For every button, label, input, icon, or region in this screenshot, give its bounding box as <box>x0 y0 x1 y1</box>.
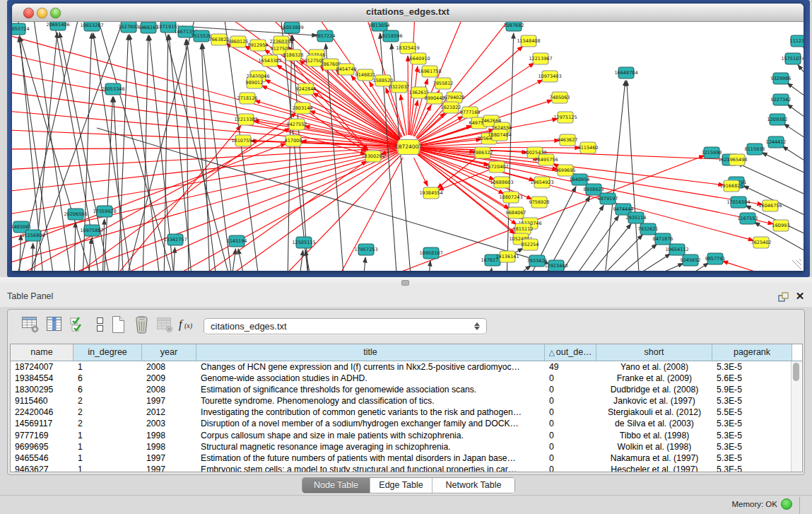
cell-in_degree: 1 <box>73 361 142 373</box>
graph-edge[interactable] <box>490 268 492 271</box>
graph-edge[interactable] <box>627 81 640 271</box>
table-select-dropdown[interactable]: citations_edges.txt <box>204 318 487 334</box>
graph-edge[interactable] <box>637 263 683 271</box>
node-table[interactable]: namein_degreeyeartitle△out_de…shortpager… <box>10 344 803 472</box>
close-window-button[interactable] <box>23 8 34 18</box>
table-row[interactable]: 1938455462009Genome-wide association stu… <box>11 373 802 384</box>
graph-edge[interactable] <box>173 247 175 271</box>
cell-short: Yano et al. (2008) <box>596 361 712 373</box>
graph-edge[interactable] <box>231 249 236 271</box>
graph-edge[interactable] <box>12 148 396 193</box>
new-column-button[interactable] <box>107 316 129 336</box>
float-panel-icon[interactable] <box>778 291 789 303</box>
cell-name: 9115460 <box>11 395 73 407</box>
graph-edge[interactable] <box>595 235 642 271</box>
graph-node-label: 6466161 <box>139 25 159 30</box>
graph-edge[interactable] <box>104 97 112 271</box>
graph-edge[interactable] <box>507 266 531 271</box>
graph-edge[interactable] <box>118 35 129 271</box>
graph-edge[interactable] <box>238 249 245 271</box>
graph-edge[interactable] <box>187 40 217 271</box>
column-header-pagerank[interactable]: pagerank <box>712 344 792 361</box>
graph-edge[interactable] <box>420 147 580 148</box>
tab-edge-table[interactable]: Edge Table <box>370 478 432 493</box>
graph-edge[interactable] <box>201 44 210 271</box>
resize-grip-icon[interactable] <box>799 259 801 261</box>
network-window-titlebar[interactable]: citations_edges.txt <box>12 4 804 22</box>
graph-edge[interactable] <box>363 257 365 271</box>
table-row[interactable]: 969969511998Structural magnetic resonanc… <box>11 441 802 452</box>
column-header-out_de[interactable]: △out_de… <box>545 344 596 361</box>
table-row[interactable]: 1872400712008Changes of HCN gene express… <box>11 361 802 373</box>
graph-node-label: 8912954 <box>248 42 269 48</box>
graph-edge[interactable] <box>104 125 241 271</box>
graph-edge[interactable] <box>420 150 753 240</box>
resize-grip-icon[interactable] <box>796 260 801 265</box>
cell-in_degree: 6 <box>73 373 142 384</box>
graph-node-label: 9684067 <box>506 210 526 216</box>
table-row[interactable]: 946362711997Embryonic stem cells: a mode… <box>11 464 802 472</box>
split-pane-divider[interactable] <box>0 277 812 287</box>
cell-short: Franke et al. (2009) <box>596 373 712 384</box>
table-row[interactable]: 1456911722003Disruption of a novel membe… <box>11 418 802 429</box>
graph-edge[interactable] <box>12 129 396 146</box>
column-header-name[interactable]: name <box>11 344 73 361</box>
vertical-scrollbar[interactable] <box>791 361 801 472</box>
table-mode-button[interactable] <box>20 316 41 336</box>
show-columns-button[interactable] <box>44 316 65 336</box>
graph-edge[interactable] <box>762 153 804 179</box>
graph-edge[interactable] <box>624 254 671 271</box>
column-header-title[interactable]: title <box>196 344 545 361</box>
table-row[interactable]: 2242004622012Investigating the contribut… <box>11 407 802 418</box>
graph-edge[interactable] <box>784 124 804 146</box>
table-row[interactable]: 977716911998Corpus callosum shape and si… <box>11 430 802 441</box>
graph-node-label: 18724007 <box>395 144 422 150</box>
cell-year: 1997 <box>142 452 196 464</box>
graph-node-label: 17359928 <box>93 209 116 214</box>
graph-edge[interactable] <box>143 35 148 271</box>
graph-node-label: 7485063 <box>550 95 570 100</box>
graph-edge[interactable] <box>782 146 804 169</box>
network-graph-canvas[interactable]: 1405572420691406106532671527602646616110… <box>12 22 804 271</box>
column-header-year[interactable]: year <box>142 344 196 361</box>
zoom-window-button[interactable] <box>50 8 61 18</box>
graph-edge[interactable] <box>514 248 524 253</box>
graph-edge[interactable] <box>12 150 396 243</box>
graph-node-label: 9860125 <box>228 39 249 45</box>
resize-grip-icon[interactable] <box>792 260 801 269</box>
network-window[interactable]: citations_edges.txt 14055724206914061065… <box>12 4 804 271</box>
function-builder-button[interactable]: f(x) <box>177 316 199 336</box>
scrollbar-thumb[interactable] <box>793 363 799 381</box>
memory-status-icon[interactable] <box>781 498 792 510</box>
graph-edge[interactable] <box>570 216 619 271</box>
splitter-handle[interactable] <box>401 280 409 286</box>
select-all-button[interactable] <box>68 316 89 336</box>
graph-edge[interactable] <box>722 261 804 271</box>
graph-edge[interactable] <box>420 148 729 160</box>
graph-edge[interactable] <box>737 163 804 200</box>
delete-column-button[interactable] <box>131 316 152 336</box>
graph-edge[interactable] <box>129 35 160 271</box>
table-row[interactable]: 911546021997Tourette syndrome. Phenomeno… <box>11 395 802 407</box>
graph-edge[interactable] <box>798 65 804 89</box>
table-row[interactable]: 946554611997Estimation of the future num… <box>11 452 802 464</box>
column-header-in_degree[interactable]: in_degree <box>73 344 142 361</box>
graph-edge[interactable] <box>74 222 76 271</box>
close-panel-icon[interactable]: ✕ <box>794 290 806 303</box>
column-header-short[interactable]: short <box>596 344 712 361</box>
graph-edge[interactable] <box>288 35 292 271</box>
cell-year: 2003 <box>142 418 196 429</box>
table-row[interactable]: 1830029562008Estimation of significance … <box>11 384 802 395</box>
graph-edge[interactable] <box>604 81 625 271</box>
graph-edge[interactable] <box>428 261 430 271</box>
graph-edge[interactable] <box>414 158 428 186</box>
graph-node-label: 8813054 <box>370 23 390 28</box>
minimize-window-button[interactable] <box>37 8 47 18</box>
tab-network-table[interactable]: Network Table <box>432 478 514 493</box>
graph-edge[interactable] <box>583 224 631 271</box>
tab-node-table[interactable]: Node Table <box>302 478 370 493</box>
graph-node-label: 7857224 <box>315 33 336 39</box>
delete-table-button[interactable] <box>154 316 175 336</box>
graph-edge[interactable] <box>787 104 804 127</box>
graph-edge[interactable] <box>12 147 396 149</box>
